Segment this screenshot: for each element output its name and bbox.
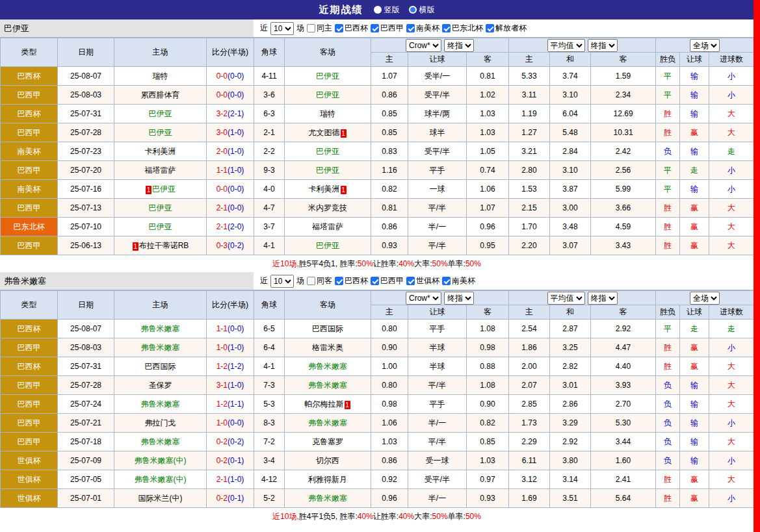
score-cell: 1-1(1-0) xyxy=(207,161,254,180)
checkbox-checked-icon[interactable] xyxy=(442,24,451,32)
avg-draw: 3.00 xyxy=(550,199,591,218)
odds-handicap: 受半/一 xyxy=(408,67,467,86)
odds-stage-select[interactable]: 终指 xyxy=(444,39,474,52)
corners-cell: 5-3 xyxy=(254,395,285,414)
summary-segment: 50% xyxy=(358,259,373,268)
odds-handicap: 半/一 xyxy=(408,489,467,508)
corners-cell: 7-2 xyxy=(254,433,285,451)
checkbox-checked-icon[interactable] xyxy=(486,24,494,32)
result-outcome: 平 xyxy=(656,320,680,338)
result-outcome: 胜 xyxy=(656,236,680,255)
away-team-cell: 尤文图德1 xyxy=(285,123,371,142)
red-card-badge: 1 xyxy=(345,401,350,409)
league-filter-label: 世俱杯 xyxy=(416,275,439,286)
checkbox-checked-icon[interactable] xyxy=(371,277,379,285)
avg-away: 1.60 xyxy=(591,451,656,470)
score-cell: 1-2(1-2) xyxy=(207,357,254,376)
league-filter[interactable]: 巴西杯 xyxy=(335,23,368,34)
league-filter[interactable]: 巴东北杯 xyxy=(442,23,483,34)
odds-stage-select[interactable]: 终指 xyxy=(444,292,474,305)
summary-segment: 近10场, xyxy=(272,511,299,522)
checkbox-checked-icon[interactable] xyxy=(442,277,451,285)
avg-stage-select[interactable]: 终指 xyxy=(588,39,618,52)
same-venue-filter[interactable]: 同主 xyxy=(307,23,332,34)
checkbox-checked-icon[interactable] xyxy=(371,24,379,32)
corners-cell: 4-1 xyxy=(254,236,285,255)
league-filter-label: 解放者杯 xyxy=(495,23,527,34)
avg-away: 2.92 xyxy=(591,320,656,338)
match-date: 25-07-28 xyxy=(58,123,114,142)
avg-away: 2.34 xyxy=(591,86,656,105)
team-name: 弗鲁米嫩塞 xyxy=(308,362,347,371)
match-count-select[interactable]: 10 xyxy=(270,22,294,35)
league-filter[interactable]: 南美杯 xyxy=(442,275,475,286)
checkbox-unchecked-icon[interactable] xyxy=(307,24,315,32)
match-row: 南美杯25-07-161巴伊亚0-0(0-0)4-0卡利美洲10.82一球1.0… xyxy=(1,180,754,199)
league-filter[interactable]: 世俱杯 xyxy=(406,275,439,286)
scope-select[interactable]: 全场 xyxy=(690,292,720,305)
result-handicap: 输 xyxy=(680,414,709,433)
home-team-cell: 累西腓体育 xyxy=(114,86,207,105)
sub-col-header: 胜负 xyxy=(656,305,680,320)
avg-type-select[interactable]: 平均值 xyxy=(547,39,585,52)
avg-home: 3.12 xyxy=(509,470,550,489)
league-filter[interactable]: 解放者杯 xyxy=(486,23,527,34)
odds-provider-select[interactable]: Crow* xyxy=(406,39,441,52)
league-type: 巴西甲 xyxy=(1,433,58,451)
odds-provider-select[interactable]: Crow* xyxy=(406,292,441,305)
result-outcome: 胜 xyxy=(656,470,680,489)
radio-icon[interactable] xyxy=(409,6,417,14)
same-venue-filter[interactable]: 同客 xyxy=(307,275,332,286)
avg-type-select[interactable]: 平均值 xyxy=(547,292,585,305)
avg-draw: 3.10 xyxy=(550,86,591,105)
table-header-row-1: 类型日期主场比分(半场)角球客场Crow*终指平均值终指全场 xyxy=(1,38,754,53)
avg-away: 4.59 xyxy=(591,218,656,236)
match-date: 25-07-31 xyxy=(58,105,114,123)
checkbox-checked-icon[interactable] xyxy=(335,277,343,285)
radio-icon[interactable] xyxy=(374,6,382,14)
summary-segment: 单率: xyxy=(448,511,465,522)
score-cell: 3-0(1-0) xyxy=(207,123,254,142)
avg-stage-select[interactable]: 终指 xyxy=(588,292,618,305)
checkbox-unchecked-icon[interactable] xyxy=(307,277,315,285)
league-filter[interactable]: 巴西甲 xyxy=(371,23,404,34)
layout-radio-1[interactable]: 竖版 xyxy=(374,5,400,16)
team-name: 福塔雷萨 xyxy=(145,166,176,175)
home-team-cell: 巴伊亚 xyxy=(114,123,207,142)
result-handicap: 走 xyxy=(680,161,709,180)
corners-cell: 4-11 xyxy=(254,67,285,86)
sub-col-header: 让球 xyxy=(680,53,709,67)
odds-away: 0.82 xyxy=(467,414,509,433)
checkbox-checked-icon[interactable] xyxy=(406,277,415,285)
league-filter[interactable]: 南美杯 xyxy=(406,23,439,34)
league-filter[interactable]: 巴西杯 xyxy=(335,275,368,286)
away-team-cell: 切尔西 xyxy=(285,451,371,470)
league-type: 巴西甲 xyxy=(1,338,58,357)
avg-draw: 3.74 xyxy=(550,67,591,86)
avg-draw: 3.51 xyxy=(550,489,591,508)
scope-select[interactable]: 全场 xyxy=(690,39,720,52)
checkbox-checked-icon[interactable] xyxy=(406,24,415,32)
summary-segment: 40% xyxy=(399,259,414,268)
avg-home: 2.85 xyxy=(509,395,550,414)
team-name: 圣保罗 xyxy=(149,381,172,390)
match-date: 25-07-18 xyxy=(58,433,114,451)
avg-home: 1.86 xyxy=(509,338,550,357)
odds-handicap: 半/一 xyxy=(408,414,467,433)
score-cell: 2-1(1-0) xyxy=(207,470,254,489)
team-name: 弗鲁米嫩塞 xyxy=(308,418,347,427)
league-filter[interactable]: 巴西甲 xyxy=(371,275,404,286)
corners-cell: 4-12 xyxy=(254,470,285,489)
team-name: 弗鲁米嫩塞 xyxy=(308,381,347,390)
odds-away: 1.02 xyxy=(467,86,509,105)
match-count-select[interactable]: 10 xyxy=(270,275,294,288)
avg-home: 1.70 xyxy=(509,218,550,236)
match-date: 25-08-03 xyxy=(58,338,114,357)
vertical-scrollbar[interactable] xyxy=(753,0,760,532)
avg-draw: 3.25 xyxy=(550,338,591,357)
topbar: 近期战绩 竖版横版 xyxy=(0,0,753,19)
checkbox-checked-icon[interactable] xyxy=(335,24,343,32)
summary-segment: 大率: xyxy=(414,511,432,522)
odds-away: 0.88 xyxy=(467,357,509,376)
layout-radio-2[interactable]: 横版 xyxy=(409,5,435,16)
